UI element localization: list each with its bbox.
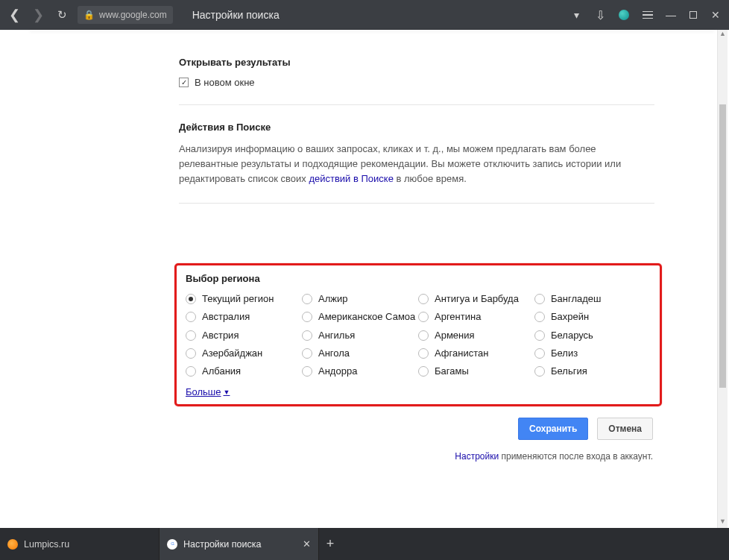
- scroll-down-icon[interactable]: ▼: [718, 517, 728, 528]
- scrollbar-thumb[interactable]: [719, 104, 726, 388]
- radio-icon: [302, 366, 312, 377]
- forward-button[interactable]: ❯: [30, 7, 46, 23]
- browser-tab[interactable]: G Настройки поиска ✕: [160, 528, 319, 560]
- address-bar[interactable]: 🔒 www.google.com: [78, 6, 173, 24]
- radio-icon: [186, 294, 196, 304]
- browser-toolbar: ❮ ❯ ↻ 🔒 www.google.com Настройки поиска …: [0, 0, 729, 30]
- region-heading: Выбор региона: [186, 273, 651, 284]
- region-option[interactable]: Ангола: [302, 347, 418, 359]
- chevron-down-icon: ▼: [224, 388, 230, 396]
- cancel-button[interactable]: Отмена: [597, 418, 653, 440]
- region-option[interactable]: Австралия: [186, 311, 302, 323]
- favicon-google: G: [167, 539, 177, 550]
- region-option[interactable]: Бахрейн: [534, 311, 651, 323]
- region-option[interactable]: Армения: [418, 330, 534, 342]
- radio-icon: [186, 348, 196, 359]
- reload-button[interactable]: ↻: [54, 7, 70, 23]
- new-window-checkbox[interactable]: ✓: [179, 78, 189, 87]
- region-option[interactable]: Текущий регион: [186, 293, 302, 305]
- search-activity-link[interactable]: действий в Поиске: [309, 173, 394, 184]
- menu-button[interactable]: [640, 7, 656, 23]
- radio-icon: [302, 294, 312, 304]
- window-maximize[interactable]: [686, 11, 701, 19]
- favicon-lumpics: [7, 539, 18, 550]
- radio-icon: [186, 330, 196, 341]
- region-option[interactable]: Белиз: [534, 347, 651, 359]
- region-selection-block: Выбор региона Текущий регион Австралия А…: [174, 263, 662, 406]
- region-option[interactable]: Беларусь: [534, 330, 651, 342]
- search-activity-text: Анализируя информацию о ваших запросах, …: [179, 142, 654, 186]
- region-col-2: Алжир Американское Самоа Ангилья Ангола …: [302, 293, 418, 377]
- region-option[interactable]: Антигуа и Барбуда: [418, 293, 534, 305]
- region-option[interactable]: Афганистан: [418, 347, 534, 359]
- search-activity-heading: Действия в Поиске: [179, 122, 654, 133]
- radio-icon: [418, 330, 429, 341]
- region-option[interactable]: Бельгия: [534, 365, 651, 377]
- browser-tab[interactable]: Lumpics.ru: [0, 528, 160, 560]
- radio-icon: [418, 366, 429, 377]
- new-tab-button[interactable]: +: [319, 528, 341, 560]
- radio-icon: [186, 312, 196, 322]
- open-results-section: Открывать результаты ✓ В новом окне: [179, 57, 654, 105]
- form-buttons: Сохранить Отмена: [179, 418, 653, 440]
- apply-after-signin-note: Настройки применяются после входа в акка…: [179, 451, 653, 462]
- back-button[interactable]: ❮: [6, 7, 22, 23]
- region-option[interactable]: Австрия: [186, 330, 302, 342]
- radio-icon: [302, 348, 312, 359]
- region-option[interactable]: Американское Самоа: [302, 311, 418, 323]
- vertical-scrollbar[interactable]: ▲ ▼: [717, 30, 728, 528]
- region-col-4: Бангладеш Бахрейн Беларусь Белиз Бельгия: [534, 293, 651, 377]
- radio-icon: [302, 330, 312, 341]
- downloads-button[interactable]: ⇩: [592, 7, 608, 23]
- page-title: Настройки поиска: [192, 9, 280, 21]
- search-activity-section: Действия в Поиске Анализируя информацию …: [179, 122, 654, 204]
- region-option[interactable]: Алжир: [302, 293, 418, 305]
- radio-icon: [302, 312, 312, 322]
- page-viewport: Открывать результаты ✓ В новом окне Дейс…: [0, 30, 729, 528]
- more-regions-label: Больше: [186, 386, 221, 397]
- radio-icon: [418, 294, 429, 304]
- radio-icon: [534, 312, 545, 322]
- region-columns: Текущий регион Австралия Австрия Азербай…: [186, 293, 651, 377]
- region-option[interactable]: Азербайджан: [186, 347, 302, 359]
- save-button[interactable]: Сохранить: [518, 418, 588, 440]
- region-option[interactable]: Аргентина: [418, 311, 534, 323]
- radio-icon: [534, 330, 545, 341]
- radio-icon: [534, 366, 545, 377]
- region-option[interactable]: Ангилья: [302, 330, 418, 342]
- region-option[interactable]: Бангладеш: [534, 293, 651, 305]
- scroll-up-icon[interactable]: ▲: [718, 30, 728, 40]
- radio-icon: [186, 366, 196, 377]
- new-window-checkbox-row[interactable]: ✓ В новом окне: [179, 77, 654, 88]
- region-option[interactable]: Багамы: [418, 365, 534, 377]
- svg-text:G: G: [171, 541, 174, 546]
- more-regions-link[interactable]: Больше ▼: [186, 386, 230, 397]
- region-col-1: Текущий регион Австралия Австрия Азербай…: [186, 293, 302, 377]
- radio-icon: [418, 348, 429, 359]
- radio-icon: [418, 312, 429, 322]
- settings-link[interactable]: Настройки: [455, 451, 499, 462]
- top-shadow: [30, 30, 714, 31]
- lock-icon: 🔒: [83, 10, 95, 20]
- browser-tabstrip: Lumpics.ru G Настройки поиска ✕ +: [0, 528, 729, 560]
- address-url: www.google.com: [99, 10, 167, 20]
- activity-text-2: в любое время.: [394, 173, 467, 184]
- radio-icon: [534, 348, 545, 359]
- region-option[interactable]: Албания: [186, 365, 302, 377]
- bookmark-icon[interactable]: ▾: [568, 7, 584, 23]
- profile-avatar[interactable]: [616, 7, 632, 23]
- new-window-label: В новом окне: [195, 77, 255, 88]
- close-tab-icon[interactable]: ✕: [303, 538, 311, 550]
- region-option[interactable]: Андорра: [302, 365, 418, 377]
- tab-label: Lumpics.ru: [24, 539, 69, 550]
- open-results-heading: Открывать результаты: [179, 57, 654, 68]
- radio-icon: [534, 294, 545, 304]
- tab-label: Настройки поиска: [183, 539, 261, 550]
- apply-note-text: применяются после входа в аккаунт.: [499, 451, 653, 462]
- window-close[interactable]: ✕: [708, 9, 723, 21]
- region-col-3: Антигуа и Барбуда Аргентина Армения Афга…: [418, 293, 534, 377]
- window-minimize[interactable]: —: [663, 9, 678, 21]
